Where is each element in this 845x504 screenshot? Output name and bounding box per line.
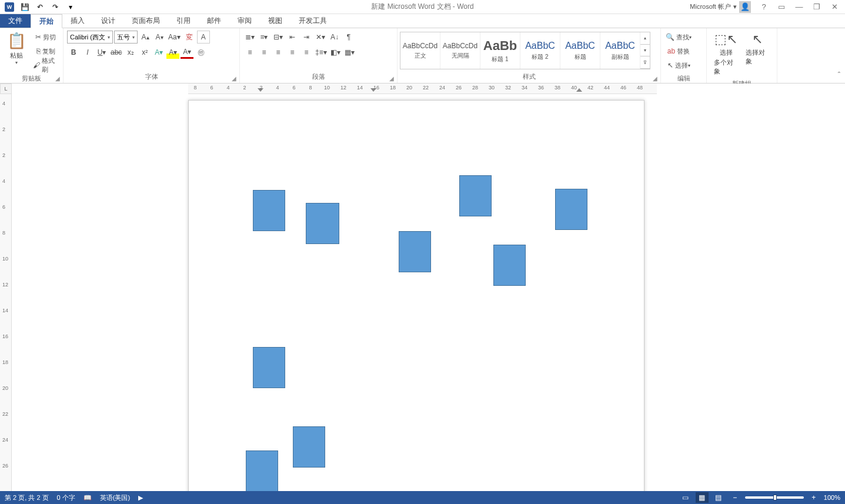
rectangle-shape[interactable] [246, 450, 278, 491]
replace-button[interactable]: ab替换 [664, 45, 693, 58]
bullets-button[interactable]: ≣▾ [243, 31, 256, 44]
find-button[interactable]: 🔍查找▾ [664, 31, 693, 44]
restore-button[interactable]: ❐ [809, 1, 825, 13]
redo-button[interactable]: ↷ [48, 1, 62, 13]
align-left-button[interactable]: ≡ [243, 46, 256, 59]
style-heading2[interactable]: AaBbC标题 2 [520, 32, 560, 69]
print-view-button[interactable]: ▦ [696, 492, 709, 503]
web-view-button[interactable]: ▤ [712, 492, 725, 503]
styles-launcher[interactable]: ◢ [651, 74, 659, 82]
line-spacing-button[interactable]: ‡≡▾ [314, 46, 328, 59]
distribute-button[interactable]: ≡ [300, 46, 313, 59]
style-normal[interactable]: AaBbCcDd正文 [400, 32, 440, 69]
font-launcher[interactable]: ◢ [230, 74, 238, 82]
copy-button[interactable]: ⎘复制 [32, 45, 59, 58]
style-heading1[interactable]: AaBb标题 1 [480, 32, 520, 69]
borders-button[interactable]: ▦▾ [343, 46, 356, 59]
rectangle-shape[interactable] [293, 426, 325, 468]
rectangle-shape[interactable] [459, 175, 492, 216]
font-name-combo[interactable]: Calibri (西文▾ [67, 31, 113, 44]
justify-button[interactable]: ≡ [286, 46, 299, 59]
italic-button[interactable]: I [81, 46, 94, 59]
phonetic-guide-button[interactable]: 変 [183, 31, 196, 44]
text-effects-button[interactable]: A▾ [152, 46, 165, 59]
underline-button[interactable]: U▾ [95, 46, 108, 59]
select-object-button[interactable]: ↖ 选择对象 [742, 31, 774, 67]
indent-button[interactable]: ⇥ [300, 31, 313, 44]
format-painter-button[interactable]: 🖌格式刷 [32, 59, 59, 72]
account-label[interactable]: Microsoft 帐户 ▾ 👤 [690, 1, 751, 13]
vertical-ruler[interactable]: 422468101214161820222426 [0, 94, 12, 491]
numbering-button[interactable]: ≡▾ [258, 31, 270, 44]
tab-dev[interactable]: 开发工具 [290, 14, 335, 28]
gallery-up-button[interactable]: ▴ [640, 32, 650, 45]
page[interactable] [188, 100, 644, 491]
clipboard-launcher[interactable]: ◢ [54, 74, 62, 82]
show-marks-button[interactable]: ¶ [342, 31, 355, 44]
zoom-slider[interactable] [745, 496, 804, 499]
highlight-button[interactable]: A▾ [166, 46, 179, 59]
rectangle-shape[interactable] [555, 189, 587, 230]
save-button[interactable]: 💾 [18, 1, 32, 13]
strike-button[interactable]: abc [109, 46, 123, 59]
style-nospacing[interactable]: AaBbCcDd无间隔 [440, 32, 480, 69]
font-size-combo[interactable]: 五号▾ [114, 31, 138, 44]
rectangle-shape[interactable] [253, 347, 285, 388]
style-title[interactable]: AaBbC标题 [560, 32, 600, 69]
horizontal-ruler[interactable]: 8642246810121416182022242628303234363840… [188, 84, 657, 94]
shrink-font-button[interactable]: A▾ [153, 31, 166, 44]
font-color-button[interactable]: A▾ [181, 46, 193, 59]
clear-format-button[interactable]: A [197, 31, 210, 44]
gallery-more-button[interactable]: ⊽ [640, 56, 650, 69]
ribbon-options-button[interactable]: ▭ [773, 1, 790, 13]
help-button[interactable]: ? [756, 1, 772, 13]
select-button[interactable]: ↖选择▾ [664, 59, 693, 72]
change-case-button[interactable]: Aa▾ [167, 31, 182, 44]
zoom-level[interactable]: 100% [824, 494, 840, 501]
document-area[interactable] [12, 94, 845, 491]
zoom-thumb[interactable] [773, 495, 777, 500]
paragraph-launcher[interactable]: ◢ [388, 74, 396, 82]
subscript-button[interactable]: x₂ [124, 46, 137, 59]
tab-references[interactable]: 引用 [168, 14, 199, 28]
collapse-ribbon-button[interactable]: ˆ [838, 71, 840, 79]
close-button[interactable]: ✕ [826, 1, 843, 13]
style-subtitle[interactable]: AaBbC副标题 [600, 32, 640, 69]
tab-design[interactable]: 设计 [93, 14, 123, 28]
bold-button[interactable]: B [67, 46, 80, 59]
qat-customize-button[interactable]: ▾ [64, 1, 78, 13]
paste-button[interactable]: 📋 粘贴 ▾ [4, 31, 29, 66]
sort-button[interactable]: A↓ [328, 31, 341, 44]
tab-insert[interactable]: 插入 [62, 14, 93, 28]
rectangle-shape[interactable] [399, 231, 431, 272]
tab-file[interactable]: 文件 [0, 14, 31, 28]
rectangle-shape[interactable] [306, 203, 339, 244]
word-app-icon[interactable]: W [2, 1, 16, 13]
tab-view[interactable]: 视图 [260, 14, 290, 28]
gallery-down-button[interactable]: ▾ [640, 45, 650, 57]
tab-mail[interactable]: 邮件 [199, 14, 229, 28]
language-indicator[interactable]: 英语(美国) [100, 493, 130, 502]
word-count[interactable]: 0 个字 [57, 493, 75, 502]
multilevel-button[interactable]: ⊟▾ [272, 31, 285, 44]
superscript-button[interactable]: x² [138, 46, 151, 59]
enclose-char-button[interactable]: ㊕ [195, 46, 208, 59]
rectangle-shape[interactable] [493, 245, 526, 286]
align-center-button[interactable]: ≡ [258, 46, 270, 59]
indent-right-marker[interactable] [576, 88, 582, 92]
tab-home[interactable]: 开始 [31, 14, 62, 28]
ruler-corner[interactable]: L [0, 84, 12, 94]
zoom-in-button[interactable]: + [807, 492, 820, 503]
rectangle-shape[interactable] [253, 190, 285, 231]
cut-button[interactable]: ✂剪切 [32, 31, 59, 44]
page-indicator[interactable]: 第 2 页, 共 2 页 [5, 493, 49, 502]
align-right-button[interactable]: ≡ [272, 46, 285, 59]
tab-layout[interactable]: 页面布局 [123, 14, 168, 28]
tab-review[interactable]: 审阅 [229, 14, 260, 28]
zoom-out-button[interactable]: − [729, 492, 742, 503]
undo-button[interactable]: ↶ [33, 1, 47, 13]
text-direction-button[interactable]: ✕▾ [314, 31, 327, 44]
select-multiple-objects-button[interactable]: ⬚↖ 选择 多个对象 [710, 31, 742, 77]
macro-button[interactable]: ▶ [138, 494, 143, 502]
shading-button[interactable]: ◧▾ [329, 46, 342, 59]
